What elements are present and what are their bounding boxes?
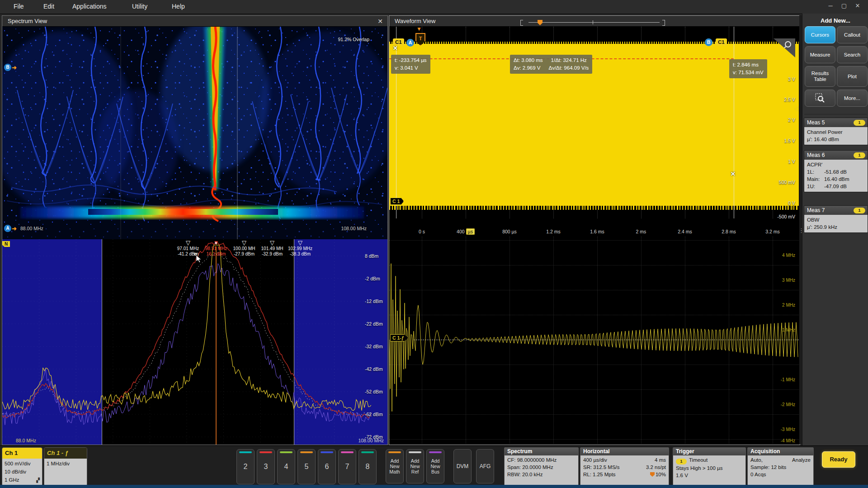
meas6-name: ACPR' — [807, 161, 865, 168]
channel-4-button[interactable]: 4 — [277, 449, 295, 484]
menu-file[interactable]: File — [14, 3, 24, 10]
menu-utility[interactable]: Utility — [132, 3, 147, 10]
trigger-level: 1.6 V — [676, 472, 743, 479]
add-new-bus-button[interactable]: Add New Bus — [426, 449, 444, 483]
marker-a[interactable]: A ➜ — [4, 225, 17, 232]
channel-5-button[interactable]: 5 — [297, 449, 316, 484]
ampl-label: -32 dBm — [365, 344, 385, 349]
marker-ampl: -27.9 dBm — [234, 251, 255, 256]
marker-ampl: 16.1 dBm — [207, 251, 226, 256]
spectrogram-image — [2, 27, 387, 239]
volt-label: 1 V — [788, 159, 795, 164]
time-unit-box[interactable]: µs — [466, 228, 475, 235]
ch1-right-badge[interactable]: C1 — [716, 38, 727, 46]
channel-8-button[interactable]: 8 — [359, 449, 377, 484]
spectrum-cf: CF: 98.0000000 MHz — [507, 456, 576, 464]
menu-bar: File Edit Applications Utility Help ─▢✕ — [0, 0, 868, 14]
settings-bar: Ch 1 500 mV/div 10 dB/div 1 GHz ▞ Ch 1 -… — [0, 445, 868, 488]
spectrum-traces — [2, 239, 371, 445]
waveform-plot[interactable]: ✕ ✕ C1 A ▼ T t: -233.754 µs v: 3.041 V Δ… — [389, 27, 799, 227]
plot-button[interactable]: Plot — [837, 66, 868, 87]
more-button[interactable]: More... — [837, 90, 868, 107]
add-new-ref-button[interactable]: Add New Ref — [406, 449, 424, 483]
oscilloscope-app: File Edit Applications Utility Help ─▢✕ … — [0, 0, 868, 488]
acquisition-settings-panel[interactable]: Acquisition Auto,Analyze Sample: 12 bits… — [747, 447, 814, 486]
spectrum-close-icon[interactable]: ✕ — [377, 16, 383, 27]
frequency-vs-time-plot[interactable]: 4 MHz 3 MHz 2 MHz 1 MHz -1 MHz -2 MHz -3… — [389, 237, 799, 444]
spectrum-plot[interactable]: ▽ 97.01 MHz -41.2 dBm ▼R 98.51 MHz 16.1 … — [2, 239, 387, 445]
ampl-label: -2 dBm — [365, 276, 385, 281]
cursor-a-readout: t: -233.754 µs v: 3.041 V — [391, 55, 430, 74]
fm-label: -3 MHz — [781, 427, 795, 432]
time-label: 400µs — [457, 229, 475, 234]
record-view-minimap[interactable] — [520, 20, 665, 25]
callout-button[interactable]: Callout — [837, 26, 868, 43]
search-button[interactable]: Search — [837, 46, 868, 63]
channel-7-button[interactable]: 7 — [338, 449, 356, 484]
bottom-edge-strip — [0, 485, 868, 488]
spectrum-settings-panel[interactable]: Spectrum CF: 98.0000000 MHz Span: 20.000… — [504, 447, 579, 486]
meas7-card[interactable]: Meas 7 1 OBW µ': 250.9 kHz — [804, 205, 868, 233]
menu-help[interactable]: Help — [172, 3, 185, 10]
ampl-label: -42 dBm — [365, 366, 385, 372]
meas5-title: Meas 5 — [807, 119, 825, 126]
ready-button[interactable]: Ready — [822, 451, 855, 468]
zoom-mode-button[interactable] — [805, 90, 835, 107]
channel-3-button[interactable]: 3 — [257, 449, 275, 484]
meas6-row: 1L:-51.68 dB — [807, 168, 865, 175]
ampl-label: -52 dBm — [365, 389, 385, 394]
fm-label: 1 MHz — [782, 327, 795, 332]
marker-freq: 102.99 MHz — [288, 246, 312, 251]
measure-button[interactable]: Measure — [805, 46, 835, 63]
cursor-delta-readout: Δt: 3.080 ms1/Δt: 324.71 Hz Δv: 2.969 VΔ… — [510, 55, 592, 74]
cursor-b-line[interactable] — [734, 27, 734, 218]
time-label: 2 ms — [636, 229, 646, 234]
menu-edit[interactable]: Edit — [43, 3, 54, 10]
zoom-mode-icon — [815, 93, 825, 103]
delta-t: Δt: 3.080 ms — [514, 57, 543, 63]
delta-v: Δv: 2.969 V — [514, 65, 540, 71]
minimap-trigger-icon[interactable] — [538, 20, 542, 25]
horizontal-settings-panel[interactable]: Horizontal 400 µs/div4 ms SR: 312.5 MS/s… — [580, 447, 669, 486]
afg-button[interactable]: AFG — [476, 449, 494, 483]
marker-a-icon: A — [4, 225, 11, 232]
ch1-settings-badge[interactable]: Ch 1 500 mV/div 10 dB/div 1 GHz ▞ — [2, 447, 42, 486]
maximize-icon[interactable]: ▢ — [837, 2, 851, 9]
time-label: 2.4 ms — [678, 229, 692, 234]
horizontal-panel-title: Horizontal — [580, 448, 669, 455]
ch1-badge[interactable]: C1 — [393, 38, 404, 46]
channel-6-button[interactable]: 6 — [318, 449, 336, 484]
cursor-b-badge[interactable]: B — [705, 38, 712, 46]
results-table-button[interactable]: Results Table — [805, 66, 835, 87]
meas6-card[interactable]: Meas 6 1 ACPR' 1L:-51.68 dB Main:16.40 d… — [804, 150, 868, 192]
ampl-label: -12 dBm — [365, 298, 385, 304]
spectrogram-left-freq: 88.00 MHz — [20, 226, 43, 231]
trigger-level-icon[interactable]: ◁ — [793, 104, 799, 113]
channel-2-button[interactable]: 2 — [236, 449, 255, 484]
inv-delta-t: 1/Δt: 324.71 Hz — [551, 57, 587, 64]
cursors-button[interactable]: Cursors — [805, 26, 835, 43]
marker-b[interactable]: B ➜ — [4, 64, 17, 71]
close-icon[interactable]: ✕ — [851, 2, 864, 9]
volt-label: 1.5 V — [784, 138, 795, 143]
meas7-source-badge: 1 — [854, 208, 865, 213]
probe-icon: ▞ — [36, 476, 40, 484]
ch1f-name: Ch 1 - ƒ — [44, 448, 87, 459]
trigger-source-badge[interactable]: A — [406, 39, 414, 47]
cursor-b-handle[interactable]: ✕ — [731, 171, 736, 177]
add-new-header: Add New... — [802, 17, 868, 24]
cursor-a-handle[interactable]: ✕ — [393, 45, 398, 52]
spectrogram-plot[interactable]: 91.2% Overlap B ➜ A ➜ 88.00 MHz 108.00 M… — [2, 27, 387, 239]
spectrum-view-title: Spectrum View — [8, 18, 47, 24]
menu-applications[interactable]: Applications — [72, 3, 107, 10]
dvm-button[interactable]: DVM — [453, 449, 472, 483]
ch1-math-badge[interactable]: Ch 1 - ƒ 1 MHz/div — [44, 447, 87, 486]
marker-4[interactable]: ▽ 102.99 MHz -38.3 dBm — [281, 240, 319, 256]
time-label: 2.8 ms — [722, 229, 736, 234]
time-label: 1.2 ms — [546, 229, 561, 234]
minimize-icon[interactable]: ─ — [824, 2, 837, 9]
h-scale: 400 µs/div — [583, 456, 607, 464]
add-new-math-button[interactable]: Add New Math — [386, 449, 404, 483]
meas5-card[interactable]: Meas 5 1 Channel Power µ': 16.40 dBm — [804, 118, 868, 145]
trigger-settings-panel[interactable]: Trigger 1Timeout Stays High > 100 µs 1.6… — [673, 447, 746, 486]
